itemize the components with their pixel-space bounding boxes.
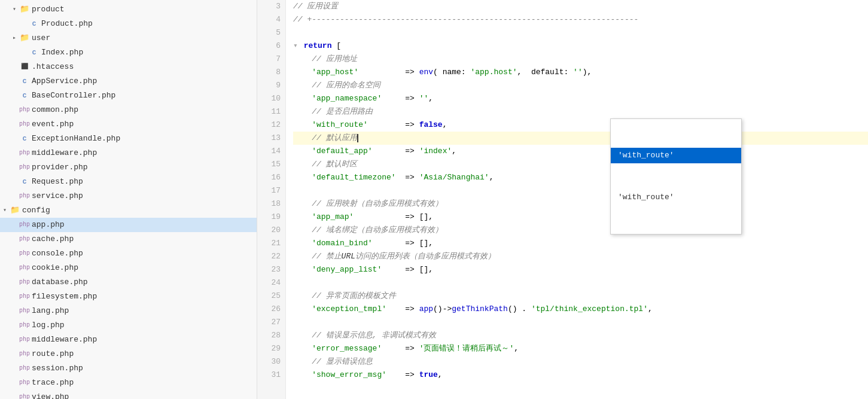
code-line-16: 'default_timezone' => 'Asia/Shanghai',: [293, 171, 868, 184]
php-c-icon: C: [19, 75, 30, 87]
sidebar-item-label: cookie.php: [32, 262, 78, 274]
sidebar-item-console[interactable]: php console.php: [0, 246, 257, 261]
code-line-15: // 默认时区: [293, 158, 868, 171]
code-line-31: 'show_error_msg' => true,: [293, 368, 868, 382]
sidebar-item-label: product: [32, 4, 65, 16]
code-line-25: // 异常页面的模板文件: [293, 290, 868, 303]
sidebar-item-user[interactable]: 📁 user: [0, 31, 257, 45]
htaccess-icon: ⬛: [19, 61, 30, 73]
php-c-icon: C: [29, 47, 39, 59]
sidebar-item-label: user: [32, 32, 50, 44]
code-line-28: // 错误显示信息, 非调试模式有效: [293, 329, 868, 342]
sidebar-item-session[interactable]: php session.php: [0, 361, 257, 376]
sidebar-item-exceptionhandle[interactable]: C ExceptionHandle.php: [0, 132, 257, 146]
autocomplete-dropdown[interactable]: 'with_route' 'with_route': [610, 118, 742, 234]
code-line-29: 'error_message' => '页面错误！请稍后再试～',: [293, 342, 868, 355]
sidebar-item-label: app.php: [32, 219, 65, 231]
sidebar-item-label: AppService.php: [32, 75, 97, 87]
sidebar-item-index-php[interactable]: C Index.php: [0, 45, 257, 60]
php-icon: php: [19, 319, 30, 331]
php-icon: php: [19, 291, 30, 303]
sidebar-item-label: filesystem.php: [32, 291, 97, 303]
sidebar-item-lang[interactable]: php lang.php: [0, 304, 257, 318]
php-icon: php: [19, 305, 30, 317]
code-line-6: ▾ return [: [293, 39, 868, 53]
php-c-icon: C: [19, 90, 30, 102]
php-c-icon: C: [19, 176, 30, 188]
code-line-19: 'app_map' => [],: [293, 211, 868, 224]
code-content[interactable]: // 应用设置 // +----------------------------…: [286, 0, 868, 399]
sidebar-item-product-php[interactable]: C Product.php: [0, 17, 257, 31]
code-line-13: // 默认应用: [293, 132, 868, 145]
sidebar-item-middleware[interactable]: php middleware.php: [0, 146, 257, 160]
sidebar-item-log[interactable]: php log.php: [0, 318, 257, 333]
autocomplete-item-selected[interactable]: 'with_route': [611, 148, 741, 163]
sidebar-item-provider[interactable]: php provider.php: [0, 160, 257, 175]
sidebar-item-trace[interactable]: php trace.php: [0, 376, 257, 390]
sidebar-item-config[interactable]: 📁 config: [0, 203, 257, 218]
code-line-20: // 域名绑定（自动多应用模式有效）: [293, 224, 868, 237]
code-line-24: [293, 276, 868, 290]
sidebar-item-basecontroller[interactable]: C BaseController.php: [0, 89, 257, 103]
expand-arrow: [10, 32, 19, 44]
sidebar-item-label: lang.php: [32, 305, 69, 317]
code-line-3: // 应用设置: [293, 0, 868, 13]
expand-arrow: [10, 4, 19, 16]
expand-arrow: [0, 205, 10, 217]
file-tree[interactable]: 📁 product C Product.php 📁 user C Index.p…: [0, 0, 257, 399]
sidebar-item-label: view.php: [32, 391, 69, 399]
sidebar-item-event[interactable]: php event.php: [0, 117, 257, 132]
sidebar-item-label: service.php: [32, 190, 83, 202]
sidebar-item-request[interactable]: C Request.php: [0, 175, 257, 189]
sidebar-item-cache[interactable]: php cache.php: [0, 232, 257, 246]
php-icon: php: [19, 248, 30, 260]
sidebar-item-label: cache.php: [32, 233, 74, 245]
php-icon: php: [19, 118, 30, 130]
php-icon: php: [19, 162, 30, 173]
php-icon: php: [19, 262, 30, 274]
php-icon: php: [19, 348, 30, 360]
code-line-7: // 应用地址: [293, 53, 868, 66]
php-icon: php: [19, 104, 30, 116]
sidebar-item-appservice[interactable]: C AppService.php: [0, 74, 257, 89]
sidebar-item-cookie[interactable]: php cookie.php: [0, 261, 257, 275]
code-line-21: 'domain_bind' => [],: [293, 237, 868, 250]
code-line-30: // 显示错误信息: [293, 355, 868, 368]
code-line-4: // +------------------------------------…: [293, 13, 868, 26]
code-line-9: // 应用的命名空间: [293, 79, 868, 92]
folder-icon: 📁: [19, 32, 30, 44]
sidebar-item-label: event.php: [32, 118, 74, 130]
text-cursor: [357, 134, 358, 142]
php-icon: php: [19, 233, 30, 245]
sidebar-item-label: config: [22, 205, 50, 217]
sidebar-item-label: provider.php: [32, 162, 88, 173]
code-line-10: 'app_namespace' => '',: [293, 92, 868, 105]
sidebar-item-label: ExceptionHandle.php: [32, 133, 120, 145]
folder-icon: 📁: [19, 4, 30, 16]
sidebar-item-label: common.php: [32, 104, 78, 116]
comment-text: // 应用设置: [293, 0, 338, 13]
sidebar-item-middleware2[interactable]: php middleware.php: [0, 333, 257, 347]
sidebar-item-label: Index.php: [41, 47, 83, 59]
sidebar-item-route[interactable]: php route.php: [0, 347, 257, 361]
sidebar-item-filesystem[interactable]: php filesystem.php: [0, 290, 257, 304]
php-c-icon: C: [29, 18, 39, 30]
autocomplete-item[interactable]: 'with_route': [611, 190, 741, 205]
sidebar-item-common[interactable]: php common.php: [0, 103, 257, 117]
comment-text: // +------------------------------------…: [293, 13, 638, 26]
sidebar-item-label: Request.php: [32, 176, 83, 188]
sidebar-item-view[interactable]: php view.php: [0, 390, 257, 399]
code-line-11: // 是否启用路由: [293, 105, 868, 118]
code-line-18: // 应用映射（自动多应用模式有效）: [293, 197, 868, 211]
folder-icon: 📁: [10, 205, 20, 217]
sidebar-item-app-php[interactable]: php app.php: [0, 218, 257, 232]
sidebar-item-product[interactable]: 📁 product: [0, 2, 257, 17]
sidebar-item-label: console.php: [32, 248, 83, 260]
sidebar-item-htaccess[interactable]: ⬛ .htaccess: [0, 60, 257, 74]
sidebar-item-label: BaseController.php: [32, 90, 115, 102]
code-line-22: // 禁止URL访问的应用列表（自动多应用模式有效）: [293, 250, 868, 263]
sidebar-item-database[interactable]: php database.php: [0, 275, 257, 290]
sidebar-item-service[interactable]: php service.php: [0, 189, 257, 203]
code-line-23: 'deny_app_list' => [],: [293, 263, 868, 276]
sidebar-item-label: Product.php: [41, 18, 93, 30]
